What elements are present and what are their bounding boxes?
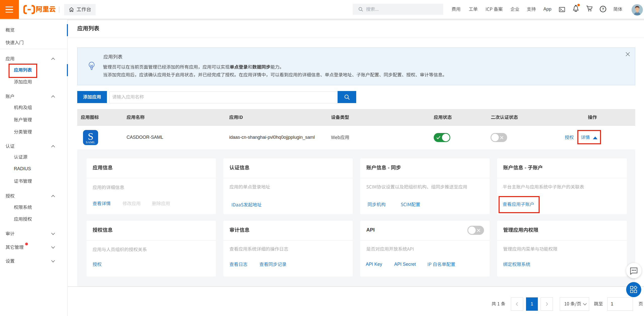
svg-text:?: ? bbox=[602, 7, 604, 11]
